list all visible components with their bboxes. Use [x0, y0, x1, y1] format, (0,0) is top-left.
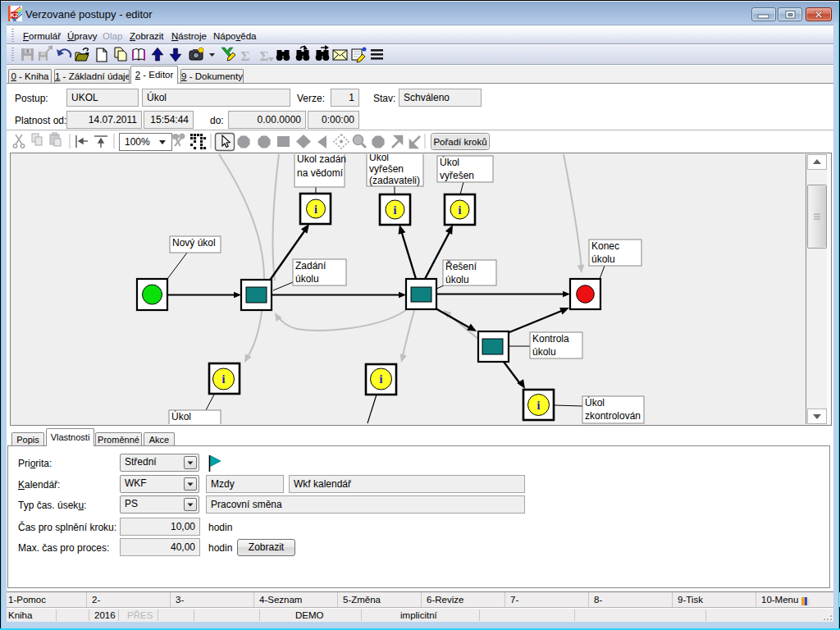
svg-text:i: i	[537, 399, 541, 412]
svg-text:vyřešen: vyřešen	[369, 163, 404, 175]
svg-text:úkolu: úkolu	[295, 273, 319, 285]
svg-text:Úkol: Úkol	[171, 410, 191, 422]
svg-text:Konec: Konec	[591, 240, 619, 252]
svg-text:vyřešen: vyřešen	[440, 170, 474, 181]
svg-text:i: i	[459, 204, 462, 217]
svg-text:i: i	[380, 373, 383, 386]
svg-text:Zadání: Zadání	[295, 260, 326, 272]
svg-text:úkolu: úkolu	[591, 253, 615, 265]
svg-text:Pořadí kroků: Pořadí kroků	[433, 137, 486, 147]
svg-text:(zadavateli): (zadavateli)	[369, 175, 420, 186]
svg-text:Úkol: Úkol	[585, 396, 605, 409]
svg-text:Nový úkol: Nový úkol	[172, 237, 216, 249]
svg-text:úkolu: úkolu	[532, 346, 556, 358]
svg-text:Řešení: Řešení	[445, 260, 477, 272]
svg-text:Úkol: Úkol	[440, 156, 459, 168]
svg-text:100%: 100%	[125, 136, 150, 148]
svg-text:Úkol zadán: Úkol zadán	[297, 154, 346, 165]
svg-text:zkontrolován: zkontrolován	[585, 410, 641, 422]
svg-text:úkolu: úkolu	[445, 274, 469, 285]
svg-text:Kontrola: Kontrola	[532, 333, 569, 345]
svg-text:i: i	[394, 204, 397, 217]
svg-text:K2: K2	[11, 11, 19, 19]
svg-text:Σ: Σ	[240, 48, 249, 64]
svg-text:Úkol: Úkol	[369, 154, 389, 163]
svg-text:i: i	[222, 373, 226, 386]
svg-text:Σ: Σ	[259, 48, 268, 64]
svg-text:na vědomí: na vědomí	[297, 167, 344, 179]
svg-text:i: i	[314, 203, 317, 216]
